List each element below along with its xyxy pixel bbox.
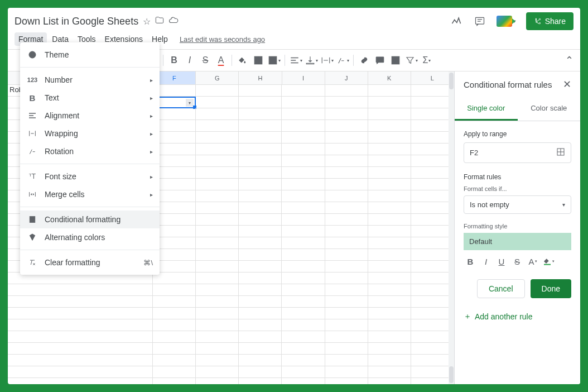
menu-item-clear-formatting[interactable]: Clear formatting ⌘\ [20, 254, 160, 271]
col-header-l[interactable]: L [411, 71, 454, 84]
cell[interactable] [196, 97, 239, 108]
sidebar-tabs: Single color Color scale [455, 97, 580, 121]
range-input[interactable]: F2 [464, 142, 571, 163]
col-header-j[interactable]: J [325, 71, 368, 84]
share-button[interactable]: Share [526, 12, 573, 30]
style-label: Formatting style [464, 223, 571, 230]
align-v-button[interactable] [304, 53, 319, 68]
rotate-button[interactable] [335, 53, 350, 68]
menu-item-alignment[interactable]: Alignment ▸ [20, 107, 160, 125]
conditional-format-sidebar: Conditional format rules ✕ Single color … [454, 71, 580, 384]
chevron-right-icon: ▸ [150, 192, 153, 198]
cell[interactable] [411, 85, 454, 97]
text-icon: B [27, 92, 38, 103]
cloud-icon[interactable] [168, 15, 179, 27]
svg-rect-0 [475, 17, 484, 24]
wrap-button[interactable] [320, 53, 334, 68]
cell[interactable] [368, 97, 411, 108]
chevron-right-icon: ▸ [150, 95, 153, 101]
menu-item-number[interactable]: 123 Number ▸ [20, 71, 160, 89]
cell[interactable] [411, 97, 454, 108]
last-edit-link[interactable]: Last edit was seconds ago [180, 35, 265, 44]
strikethrough-button[interactable]: S [198, 53, 213, 68]
menu-item-merge-cells[interactable]: Merge cells ▸ [20, 185, 160, 203]
text-color-button[interactable]: A [214, 53, 228, 68]
document-title[interactable]: Down List in Google Sheets [15, 16, 138, 27]
svg-rect-7 [544, 264, 551, 265]
svg-rect-12 [30, 217, 35, 223]
style-strike-button[interactable]: S [510, 255, 524, 268]
add-rule-button[interactable]: ＋ Add another rule [464, 312, 571, 322]
meet-button[interactable]: ▾ [497, 16, 516, 27]
select-range-icon[interactable] [556, 147, 565, 158]
col-header-i[interactable]: I [282, 71, 325, 84]
cell[interactable] [196, 85, 239, 97]
condition-select[interactable]: Is not empty [464, 195, 571, 214]
format-menu: Theme 123 Number ▸ B Text ▸ Alignment ▸ … [20, 42, 160, 275]
cell[interactable] [325, 85, 368, 97]
toolbar-collapse-icon[interactable]: ⌃ [565, 54, 573, 66]
menu-item-alternating-colors[interactable]: Alternating colors [20, 228, 160, 246]
comment-toolbar-button[interactable] [373, 53, 387, 68]
col-header-g[interactable]: G [196, 71, 239, 84]
vertical-scrollbar[interactable] [449, 71, 454, 384]
scrollbar-thumb-bottom[interactable] [449, 366, 454, 383]
activity-icon[interactable] [450, 15, 463, 28]
fill-color-button[interactable] [235, 53, 250, 68]
font-size-icon: ᵀT [27, 171, 38, 182]
merge-icon [27, 189, 38, 200]
col-header-k[interactable]: K [368, 71, 411, 84]
title-icons: ☆ [143, 15, 179, 27]
titlebar: Down List in Google Sheets ☆ ▾ Share [8, 8, 580, 31]
cell[interactable] [239, 85, 282, 97]
menu-item-rotation[interactable]: Rotation ▸ [20, 142, 160, 160]
close-icon[interactable]: ✕ [563, 78, 571, 90]
dropdown-arrow-icon[interactable]: ▾ [186, 99, 194, 107]
plus-icon: ＋ [464, 312, 471, 322]
conditional-format-icon [27, 214, 38, 225]
italic-button[interactable]: I [182, 53, 197, 68]
app-window: Down List in Google Sheets ☆ ▾ Share For… [8, 8, 580, 384]
borders-button[interactable] [251, 53, 266, 68]
style-text-color-button[interactable]: A [526, 255, 539, 268]
chart-button[interactable] [388, 53, 403, 68]
svg-point-9 [31, 53, 32, 54]
tab-color-scale[interactable]: Color scale [518, 97, 581, 121]
cell[interactable] [282, 85, 325, 97]
chevron-right-icon: ▸ [150, 149, 153, 155]
tab-single-color[interactable]: Single color [455, 97, 518, 121]
merge-button[interactable] [267, 53, 281, 68]
alternating-colors-icon [27, 232, 38, 243]
style-underline-button[interactable]: U [495, 255, 508, 268]
menu-item-font-size[interactable]: ᵀT Font size ▸ [20, 168, 160, 185]
menu-item-theme[interactable]: Theme [20, 46, 160, 64]
clear-shortcut: ⌘\ [143, 259, 153, 267]
done-button[interactable]: Done [531, 279, 571, 298]
star-icon[interactable]: ☆ [143, 16, 151, 27]
filter-button[interactable] [404, 53, 418, 68]
chevron-right-icon: ▸ [150, 174, 153, 180]
link-button[interactable] [357, 53, 372, 68]
cancel-button[interactable]: Cancel [477, 279, 525, 298]
cell[interactable] [239, 97, 282, 108]
align-h-button[interactable] [288, 53, 303, 68]
alignment-icon [27, 110, 38, 121]
comment-icon[interactable] [473, 15, 486, 28]
cell[interactable] [282, 97, 325, 108]
style-bold-button[interactable]: B [464, 255, 477, 268]
style-preview[interactable]: Default [464, 233, 571, 250]
svg-point-11 [31, 55, 32, 56]
functions-button[interactable]: Σ [420, 53, 434, 68]
bold-button[interactable]: B [167, 53, 181, 68]
cell[interactable] [325, 97, 368, 108]
move-icon[interactable] [155, 16, 164, 27]
menu-item-wrapping[interactable]: Wrapping ▸ [20, 125, 160, 142]
chevron-right-icon: ▸ [150, 77, 153, 83]
style-italic-button[interactable]: I [479, 255, 493, 268]
style-fill-color-button[interactable] [542, 255, 555, 268]
cell[interactable] [368, 85, 411, 97]
menu-item-text[interactable]: B Text ▸ [20, 89, 160, 107]
scrollbar-thumb-top[interactable] [449, 73, 454, 89]
col-header-h[interactable]: H [239, 71, 282, 84]
menu-item-conditional-formatting[interactable]: Conditional formatting [20, 211, 160, 228]
